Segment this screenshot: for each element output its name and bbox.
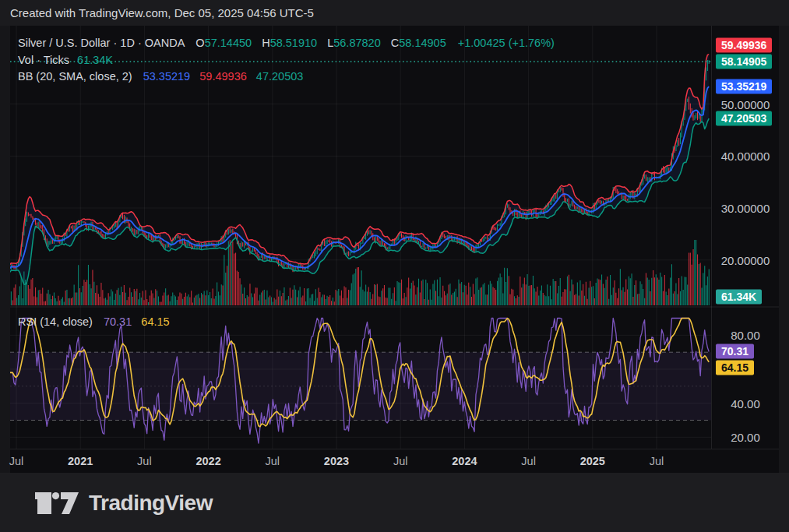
- rsi-tick: 20.00: [712, 431, 779, 444]
- price-tick: 30.00000: [712, 202, 779, 215]
- rsi-tick: 80.00: [712, 329, 779, 342]
- volume-label: Vol · Ticks: [18, 54, 69, 66]
- symbol-title: Silver / U.S. Dollar · 1D · OANDA: [18, 37, 185, 49]
- price-tick: 20.00000: [712, 253, 779, 266]
- time-label: Jul: [393, 455, 408, 467]
- watermark-text: Created with TradingView.com, Dec 05, 20…: [10, 6, 314, 19]
- time-label: 2024: [452, 455, 477, 467]
- rsi-value: 70.31: [104, 315, 132, 328]
- rsi-legend-row[interactable]: RSI (14, close) 70.31 64.15: [18, 314, 170, 331]
- rsi-label: RSI (14, close): [18, 315, 93, 328]
- main-legend: Silver / U.S. Dollar · 1D · OANDA O57.14…: [18, 35, 555, 86]
- bb-basis-value: 53.35219: [143, 70, 190, 83]
- time-label: 2023: [324, 455, 349, 467]
- tradingview-wordmark: TradingView: [89, 491, 213, 516]
- bb-basis-badge: 53.35219: [716, 79, 772, 94]
- chart-canvas[interactable]: [10, 26, 779, 473]
- time-label: 2025: [580, 455, 605, 467]
- symbol-legend-row[interactable]: Silver / U.S. Dollar · 1D · OANDA O57.14…: [18, 35, 555, 52]
- change-value: +1.00425 (+1.76%): [458, 37, 555, 49]
- price-tick: 50.00000: [712, 97, 779, 111]
- time-label: Jul: [9, 455, 24, 467]
- tradingview-mark-icon: [35, 492, 79, 514]
- watermark-bar: Created with TradingView.com, Dec 05, 20…: [0, 0, 789, 26]
- chart-widget: Silver / U.S. Dollar · 1D · OANDA O57.14…: [10, 26, 779, 473]
- tradingview-logo[interactable]: TradingView: [35, 491, 213, 515]
- page: Created with TradingView.com, Dec 05, 20…: [0, 0, 789, 532]
- bb-upper-badge: 59.49936: [716, 38, 772, 53]
- volume-badge: 61.34K: [716, 290, 762, 305]
- rsi-ma-badge: 64.15: [716, 361, 754, 375]
- bb-lower-badge: 47.20503: [716, 111, 772, 126]
- ohlc-high: H58.51910: [262, 37, 317, 49]
- ohlc-close: C58.14905: [391, 37, 446, 49]
- rsi-legend: RSI (14, close) 70.31 64.15: [18, 314, 170, 331]
- ohlc-open: O57.14450: [195, 37, 252, 49]
- time-label: Jul: [137, 455, 152, 467]
- volume-legend-row[interactable]: Vol · Ticks61.34K: [18, 52, 555, 69]
- bb-upper-value: 59.49936: [199, 70, 246, 83]
- time-axis[interactable]: Jul2021Jul2022Jul2023Jul2024Jul2025Jul: [10, 449, 779, 473]
- footer-bar: TradingView: [0, 473, 789, 532]
- price-tick: 40.00000: [712, 150, 779, 163]
- time-label: 2022: [195, 455, 220, 467]
- time-label: Jul: [521, 455, 536, 467]
- time-label: Jul: [266, 455, 280, 467]
- bb-legend-row[interactable]: BB (20, SMA, close, 2) 53.35219 59.49936…: [18, 69, 555, 86]
- last-price-badge: 58.14905: [716, 55, 772, 69]
- time-label: 2021: [68, 455, 93, 467]
- rsi-ma-value: 64.15: [141, 315, 169, 328]
- bb-lower-value: 47.20503: [256, 70, 303, 83]
- rsi-value-badge: 70.31: [716, 344, 754, 359]
- price-scale[interactable]: 50.0000040.0000030.0000020.0000058.14905…: [711, 26, 779, 449]
- rsi-tick: 40.00: [712, 396, 779, 410]
- ohlc-low: L56.87820: [327, 37, 381, 49]
- bb-label: BB (20, SMA, close, 2): [18, 70, 132, 83]
- volume-value: 61.34K: [77, 54, 113, 66]
- time-label: Jul: [650, 455, 664, 467]
